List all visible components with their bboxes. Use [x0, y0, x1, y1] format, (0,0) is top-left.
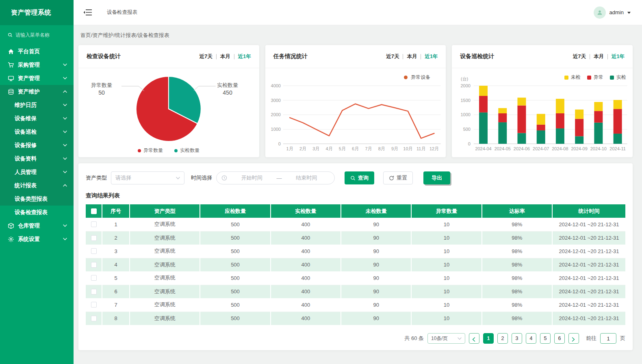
svg-text:5月: 5月 [338, 146, 345, 151]
page-size-select[interactable]: 10条/页 [427, 333, 465, 344]
table-cell: 10 [411, 271, 482, 285]
row-checkbox[interactable] [91, 262, 97, 268]
svg-text:11月: 11月 [416, 146, 425, 151]
row-checkbox[interactable] [91, 289, 97, 295]
search-button[interactable]: 查询 [345, 171, 374, 184]
sidebar-item-8[interactable]: 设备资料 [0, 152, 74, 165]
page-button-5[interactable]: 5 [540, 333, 551, 344]
chevron-down-icon [63, 77, 67, 80]
date-range-picker[interactable]: 开始时间 — 结束时间 [216, 171, 335, 184]
sidebar-item-13[interactable]: 仓库管理 [0, 219, 74, 232]
period-tab-1[interactable]: 近7天 [573, 53, 586, 60]
period-tab-2[interactable]: 本月 [220, 53, 230, 60]
period-tab-2[interactable]: 本月 [594, 53, 604, 60]
sidebar-item-label: 设备类型报表 [15, 195, 48, 203]
refresh-icon [389, 176, 394, 181]
card-title: 任务情况统计 [273, 53, 308, 60]
content: 首页/资产维护/统计报表/设备检查报表 检查设备统计 近7天本月近1年 异常数量… [74, 25, 642, 364]
export-button[interactable]: 导出 [423, 171, 450, 184]
pie-callout-left: 异常数量 50 [83, 81, 120, 97]
app-title: 资产管理系统 [0, 0, 74, 25]
total-count: 共 60 条 [404, 335, 424, 342]
table-cell: 98% [482, 218, 552, 231]
sidebar-item-12[interactable]: 设备检查报表 [0, 206, 74, 219]
period-tab-2[interactable]: 本月 [407, 53, 417, 60]
range-separator: — [277, 175, 282, 181]
table-cell: 500 [200, 312, 270, 325]
sidebar-item-6[interactable]: 设备巡检 [0, 125, 74, 139]
period-tab-3[interactable]: 近1年 [425, 53, 438, 60]
legend-label: 未检 [571, 74, 581, 81]
legend-item[interactable]: 实检数量 [174, 147, 200, 154]
table-cell: 10 [411, 258, 482, 271]
period-tab-1[interactable]: 近7天 [200, 53, 213, 60]
sidebar-item-label: 平台首页 [18, 48, 40, 55]
sidebar-item-14[interactable]: 系统设置 [0, 232, 74, 246]
asset-type-select[interactable]: 请选择 [111, 171, 184, 184]
legend-item[interactable]: 未检 [564, 74, 581, 81]
sidebar-item-10[interactable]: 统计报表 [0, 179, 74, 192]
row-checkbox[interactable] [91, 235, 97, 241]
user-menu[interactable]: admin [594, 6, 631, 19]
sidebar-item-7[interactable]: 设备报修 [0, 139, 74, 152]
goto-page-input[interactable]: 1 [600, 333, 616, 344]
row-checkbox[interactable] [91, 302, 97, 308]
period-tab-1[interactable]: 近7天 [386, 53, 399, 60]
sidebar-item-9[interactable]: 人员管理 [0, 165, 74, 179]
sidebar-item-0[interactable]: 平台首页 [0, 45, 74, 58]
table-cell: 6 [102, 285, 130, 298]
next-page-button[interactable] [568, 333, 579, 344]
svg-text:1000: 1000 [461, 112, 471, 117]
asset-type-placeholder: 请选择 [115, 174, 131, 182]
period-tab-3[interactable]: 近1年 [238, 53, 251, 60]
sidebar-item-2[interactable]: 资产管理 [0, 72, 74, 85]
period-tab-3[interactable]: 近1年 [612, 53, 625, 60]
chevron-down-icon [63, 63, 67, 66]
page-button-3[interactable]: 3 [512, 333, 522, 344]
sidebar-item-5[interactable]: 设备维保 [0, 112, 74, 125]
page-button-2[interactable]: 2 [497, 333, 508, 344]
sidebar-item-3[interactable]: 资产维护 [0, 85, 74, 98]
pie-callout-right: 实检数量 450 [209, 81, 246, 97]
sidebar-item-4[interactable]: 维护日历 [0, 98, 74, 112]
chevron-down-icon [176, 177, 180, 180]
svg-text:(台): (台) [461, 76, 468, 81]
chevron-down-icon [63, 157, 67, 160]
main-area: 设备检查报表 admin 首页/资产维护/统计报表/设备检查报表 检查设备统计 … [74, 0, 642, 364]
prev-page-button[interactable] [469, 333, 479, 344]
svg-text:2024-09: 2024-09 [571, 146, 588, 151]
legend-item[interactable]: 异常数量 [138, 147, 163, 154]
legend-dot [404, 76, 408, 79]
row-checkbox[interactable] [91, 248, 97, 254]
table-cell: 500 [200, 298, 270, 312]
sidebar-item-label: 资产管理 [18, 75, 40, 82]
collapse-sidebar-icon[interactable] [83, 9, 92, 16]
legend-item[interactable]: 实检 [610, 74, 626, 81]
table-cell: 10 [411, 312, 482, 325]
row-checkbox[interactable] [91, 221, 97, 227]
sidebar-item-1[interactable]: 采购管理 [0, 58, 74, 72]
checkbox-cell [86, 312, 102, 325]
table-cell: 90 [341, 218, 411, 231]
row-checkbox[interactable] [91, 316, 97, 321]
line-svg: 010002000300040001月2月3月4月5月6月7月8月9月10月11… [265, 68, 446, 157]
page-button-4[interactable]: 4 [526, 333, 536, 344]
bar-legend: 未检异常实检 [564, 74, 626, 81]
avatar [594, 6, 606, 19]
select-all-checkbox[interactable] [91, 208, 97, 214]
svg-text:3000: 3000 [271, 98, 280, 103]
table-cell: 空调系统 [130, 258, 200, 271]
reset-button[interactable]: 重置 [383, 171, 413, 184]
row-checkbox[interactable] [91, 275, 97, 281]
legend-label[interactable]: 异常设备 [411, 74, 430, 81]
page-button-6[interactable]: 6 [554, 333, 565, 344]
table-row: 4空调系统500400901098%2024-12-01 ~20 21-12-3… [86, 258, 625, 271]
page-button-1[interactable]: 1 [483, 333, 494, 344]
sidebar-search-input[interactable]: 请输入菜单名称 [0, 27, 74, 43]
table-cell: 90 [341, 231, 411, 245]
header-tab[interactable]: 设备检查报表 [107, 9, 137, 16]
legend-dot [138, 149, 141, 152]
sidebar-item-11[interactable]: 设备类型报表 [0, 192, 74, 206]
legend-item[interactable]: 异常 [587, 74, 603, 81]
table-cell: 400 [271, 312, 341, 325]
